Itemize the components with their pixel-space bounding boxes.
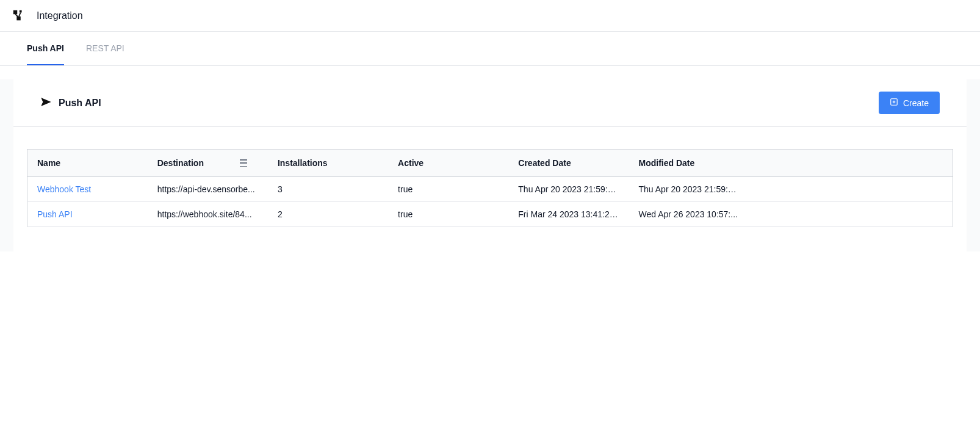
col-header-installations[interactable]: Installations — [268, 150, 388, 177]
tab-label: REST API — [86, 43, 124, 53]
tab-rest-api[interactable]: REST API — [86, 32, 124, 65]
table-row[interactable]: Push API https://webhook.site/84... 2 tr… — [27, 202, 953, 227]
table-row[interactable]: Webhook Test https://api-dev.sensorbe...… — [27, 177, 953, 202]
paper-plane-icon — [40, 96, 51, 109]
col-header-label: Installations — [278, 158, 328, 168]
col-header-label: Name — [37, 158, 60, 168]
cell-name-link[interactable]: Push API — [27, 202, 148, 227]
svg-rect-2 — [16, 16, 20, 20]
cell-installations: 3 — [268, 177, 388, 202]
col-header-label: Active — [398, 158, 423, 168]
cell-active: true — [388, 177, 508, 202]
app-logo-icon — [12, 9, 26, 23]
col-header-label: Destination — [157, 158, 204, 168]
tab-label: Push API — [27, 43, 64, 53]
col-header-label: Modified Date — [639, 158, 695, 168]
cell-active: true — [388, 202, 508, 227]
svg-line-4 — [19, 12, 21, 16]
page-title: Integration — [37, 10, 83, 21]
svg-rect-0 — [13, 10, 17, 13]
tab-push-api[interactable]: Push API — [27, 32, 64, 65]
cell-name-link[interactable]: Webhook Test — [27, 177, 148, 202]
cell-created: Thu Apr 20 2023 21:59:3... — [508, 177, 629, 202]
col-header-empty — [749, 150, 953, 177]
section-title: Push API — [59, 98, 101, 109]
content-area: Push API Create — [0, 79, 980, 251]
topbar: Integration — [0, 0, 980, 32]
tabs-bar: Push API REST API — [0, 32, 980, 66]
cell-installations: 2 — [268, 202, 388, 227]
col-header-created-date[interactable]: Created Date — [508, 150, 629, 177]
cell-empty — [749, 177, 953, 202]
create-button[interactable]: Create — [879, 92, 940, 114]
table-header-row: Name Destination Installations Active — [27, 150, 953, 177]
col-header-modified-date[interactable]: Modified Date — [629, 150, 749, 177]
cell-modified: Thu Apr 20 2023 21:59:3... — [629, 177, 749, 202]
table-wrapper: Name Destination Installations Active — [13, 127, 967, 251]
push-api-table: Name Destination Installations Active — [27, 149, 953, 227]
cell-destination: https://api-dev.sensorbe... — [148, 177, 268, 202]
col-header-name[interactable]: Name — [27, 150, 148, 177]
cell-destination: https://webhook.site/84... — [148, 202, 268, 227]
col-header-destination[interactable]: Destination — [148, 150, 268, 177]
cell-empty — [749, 202, 953, 227]
cell-modified: Wed Apr 26 2023 10:57:... — [629, 202, 749, 227]
col-header-label: Created Date — [518, 158, 571, 168]
plus-square-icon — [890, 98, 898, 108]
cell-created: Fri Mar 24 2023 13:41:21... — [508, 202, 629, 227]
section-header: Push API Create — [13, 79, 967, 127]
create-button-label: Create — [903, 98, 929, 108]
column-menu-icon[interactable] — [240, 159, 247, 167]
col-header-active[interactable]: Active — [388, 150, 508, 177]
svg-rect-1 — [20, 10, 22, 12]
